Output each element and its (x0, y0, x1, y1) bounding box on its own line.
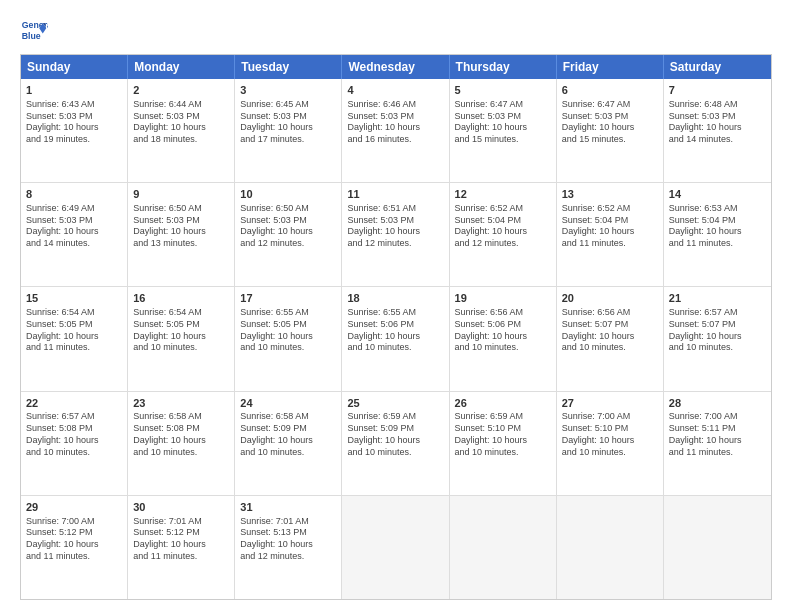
calendar-cell: 18Sunrise: 6:55 AM Sunset: 5:06 PM Dayli… (342, 287, 449, 390)
svg-text:Blue: Blue (22, 31, 41, 41)
calendar-cell: 30Sunrise: 7:01 AM Sunset: 5:12 PM Dayli… (128, 496, 235, 599)
day-number: 20 (562, 291, 658, 306)
day-info: Sunrise: 7:00 AM Sunset: 5:11 PM Dayligh… (669, 411, 766, 458)
day-number: 25 (347, 396, 443, 411)
day-info: Sunrise: 7:01 AM Sunset: 5:13 PM Dayligh… (240, 516, 336, 563)
day-number: 31 (240, 500, 336, 515)
calendar-cell (342, 496, 449, 599)
day-number: 18 (347, 291, 443, 306)
header-day-sunday: Sunday (21, 55, 128, 79)
day-info: Sunrise: 6:55 AM Sunset: 5:05 PM Dayligh… (240, 307, 336, 354)
header-day-wednesday: Wednesday (342, 55, 449, 79)
calendar-cell: 29Sunrise: 7:00 AM Sunset: 5:12 PM Dayli… (21, 496, 128, 599)
day-number: 28 (669, 396, 766, 411)
calendar-cell: 24Sunrise: 6:58 AM Sunset: 5:09 PM Dayli… (235, 392, 342, 495)
calendar-cell: 22Sunrise: 6:57 AM Sunset: 5:08 PM Dayli… (21, 392, 128, 495)
day-info: Sunrise: 6:52 AM Sunset: 5:04 PM Dayligh… (455, 203, 551, 250)
calendar-cell (557, 496, 664, 599)
page: General Blue SundayMondayTuesdayWednesda… (0, 0, 792, 612)
calendar-cell: 23Sunrise: 6:58 AM Sunset: 5:08 PM Dayli… (128, 392, 235, 495)
day-info: Sunrise: 6:46 AM Sunset: 5:03 PM Dayligh… (347, 99, 443, 146)
day-number: 27 (562, 396, 658, 411)
day-info: Sunrise: 6:47 AM Sunset: 5:03 PM Dayligh… (455, 99, 551, 146)
calendar-cell: 10Sunrise: 6:50 AM Sunset: 5:03 PM Dayli… (235, 183, 342, 286)
header-day-monday: Monday (128, 55, 235, 79)
calendar-cell (664, 496, 771, 599)
day-number: 19 (455, 291, 551, 306)
day-info: Sunrise: 6:45 AM Sunset: 5:03 PM Dayligh… (240, 99, 336, 146)
calendar-cell: 7Sunrise: 6:48 AM Sunset: 5:03 PM Daylig… (664, 79, 771, 182)
day-info: Sunrise: 6:47 AM Sunset: 5:03 PM Dayligh… (562, 99, 658, 146)
calendar-cell: 3Sunrise: 6:45 AM Sunset: 5:03 PM Daylig… (235, 79, 342, 182)
calendar-cell: 26Sunrise: 6:59 AM Sunset: 5:10 PM Dayli… (450, 392, 557, 495)
header: General Blue (20, 16, 772, 44)
calendar-cell: 9Sunrise: 6:50 AM Sunset: 5:03 PM Daylig… (128, 183, 235, 286)
day-info: Sunrise: 6:48 AM Sunset: 5:03 PM Dayligh… (669, 99, 766, 146)
header-day-thursday: Thursday (450, 55, 557, 79)
day-info: Sunrise: 6:58 AM Sunset: 5:08 PM Dayligh… (133, 411, 229, 458)
day-info: Sunrise: 6:57 AM Sunset: 5:08 PM Dayligh… (26, 411, 122, 458)
day-info: Sunrise: 6:59 AM Sunset: 5:10 PM Dayligh… (455, 411, 551, 458)
day-number: 17 (240, 291, 336, 306)
calendar-row-4: 22Sunrise: 6:57 AM Sunset: 5:08 PM Dayli… (21, 392, 771, 496)
day-info: Sunrise: 6:43 AM Sunset: 5:03 PM Dayligh… (26, 99, 122, 146)
day-info: Sunrise: 6:52 AM Sunset: 5:04 PM Dayligh… (562, 203, 658, 250)
day-number: 8 (26, 187, 122, 202)
calendar-cell: 27Sunrise: 7:00 AM Sunset: 5:10 PM Dayli… (557, 392, 664, 495)
calendar-header: SundayMondayTuesdayWednesdayThursdayFrid… (21, 55, 771, 79)
day-info: Sunrise: 6:53 AM Sunset: 5:04 PM Dayligh… (669, 203, 766, 250)
day-info: Sunrise: 6:54 AM Sunset: 5:05 PM Dayligh… (133, 307, 229, 354)
calendar-cell: 19Sunrise: 6:56 AM Sunset: 5:06 PM Dayli… (450, 287, 557, 390)
day-number: 26 (455, 396, 551, 411)
day-info: Sunrise: 6:59 AM Sunset: 5:09 PM Dayligh… (347, 411, 443, 458)
calendar-cell: 5Sunrise: 6:47 AM Sunset: 5:03 PM Daylig… (450, 79, 557, 182)
day-info: Sunrise: 7:01 AM Sunset: 5:12 PM Dayligh… (133, 516, 229, 563)
calendar-cell: 20Sunrise: 6:56 AM Sunset: 5:07 PM Dayli… (557, 287, 664, 390)
day-info: Sunrise: 6:57 AM Sunset: 5:07 PM Dayligh… (669, 307, 766, 354)
calendar-cell: 13Sunrise: 6:52 AM Sunset: 5:04 PM Dayli… (557, 183, 664, 286)
day-number: 6 (562, 83, 658, 98)
calendar-cell: 2Sunrise: 6:44 AM Sunset: 5:03 PM Daylig… (128, 79, 235, 182)
day-number: 4 (347, 83, 443, 98)
day-info: Sunrise: 6:49 AM Sunset: 5:03 PM Dayligh… (26, 203, 122, 250)
calendar-cell: 6Sunrise: 6:47 AM Sunset: 5:03 PM Daylig… (557, 79, 664, 182)
day-number: 5 (455, 83, 551, 98)
logo: General Blue (20, 16, 52, 44)
calendar: SundayMondayTuesdayWednesdayThursdayFrid… (20, 54, 772, 600)
calendar-cell: 28Sunrise: 7:00 AM Sunset: 5:11 PM Dayli… (664, 392, 771, 495)
calendar-cell: 4Sunrise: 6:46 AM Sunset: 5:03 PM Daylig… (342, 79, 449, 182)
day-number: 15 (26, 291, 122, 306)
calendar-cell: 11Sunrise: 6:51 AM Sunset: 5:03 PM Dayli… (342, 183, 449, 286)
day-info: Sunrise: 6:56 AM Sunset: 5:06 PM Dayligh… (455, 307, 551, 354)
calendar-cell: 15Sunrise: 6:54 AM Sunset: 5:05 PM Dayli… (21, 287, 128, 390)
calendar-cell: 25Sunrise: 6:59 AM Sunset: 5:09 PM Dayli… (342, 392, 449, 495)
day-number: 21 (669, 291, 766, 306)
calendar-cell: 8Sunrise: 6:49 AM Sunset: 5:03 PM Daylig… (21, 183, 128, 286)
calendar-cell: 1Sunrise: 6:43 AM Sunset: 5:03 PM Daylig… (21, 79, 128, 182)
day-info: Sunrise: 7:00 AM Sunset: 5:10 PM Dayligh… (562, 411, 658, 458)
calendar-cell: 21Sunrise: 6:57 AM Sunset: 5:07 PM Dayli… (664, 287, 771, 390)
day-number: 24 (240, 396, 336, 411)
calendar-cell: 16Sunrise: 6:54 AM Sunset: 5:05 PM Dayli… (128, 287, 235, 390)
calendar-cell: 12Sunrise: 6:52 AM Sunset: 5:04 PM Dayli… (450, 183, 557, 286)
day-info: Sunrise: 6:44 AM Sunset: 5:03 PM Dayligh… (133, 99, 229, 146)
day-number: 30 (133, 500, 229, 515)
calendar-body: 1Sunrise: 6:43 AM Sunset: 5:03 PM Daylig… (21, 79, 771, 599)
day-number: 14 (669, 187, 766, 202)
day-number: 12 (455, 187, 551, 202)
day-number: 22 (26, 396, 122, 411)
logo-icon: General Blue (20, 16, 48, 44)
day-number: 10 (240, 187, 336, 202)
calendar-cell: 31Sunrise: 7:01 AM Sunset: 5:13 PM Dayli… (235, 496, 342, 599)
day-info: Sunrise: 6:51 AM Sunset: 5:03 PM Dayligh… (347, 203, 443, 250)
day-info: Sunrise: 7:00 AM Sunset: 5:12 PM Dayligh… (26, 516, 122, 563)
day-number: 3 (240, 83, 336, 98)
day-number: 13 (562, 187, 658, 202)
calendar-cell: 14Sunrise: 6:53 AM Sunset: 5:04 PM Dayli… (664, 183, 771, 286)
day-number: 16 (133, 291, 229, 306)
day-number: 29 (26, 500, 122, 515)
day-number: 7 (669, 83, 766, 98)
day-info: Sunrise: 6:50 AM Sunset: 5:03 PM Dayligh… (133, 203, 229, 250)
day-number: 9 (133, 187, 229, 202)
day-info: Sunrise: 6:54 AM Sunset: 5:05 PM Dayligh… (26, 307, 122, 354)
